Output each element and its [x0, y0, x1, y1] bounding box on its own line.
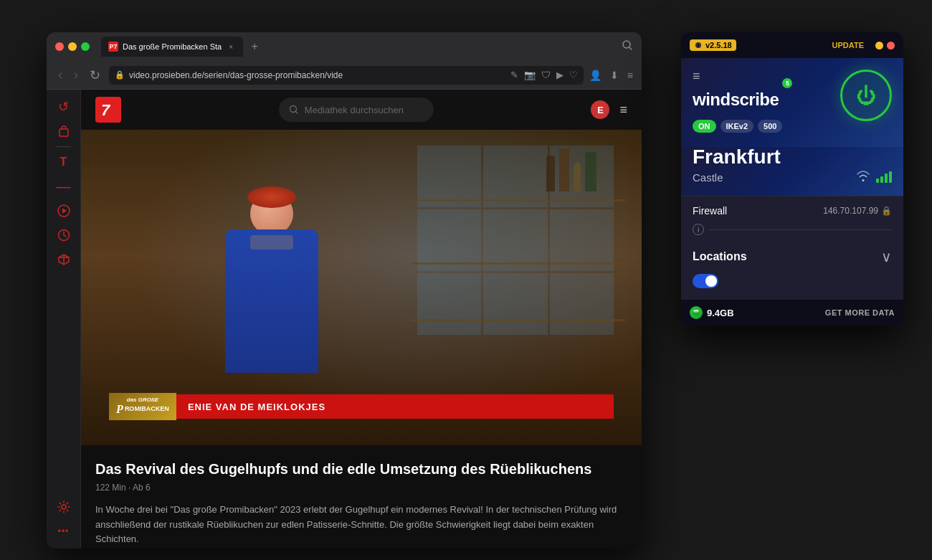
ws-close-button[interactable]: [887, 42, 895, 49]
browser-search-icon[interactable]: [622, 39, 633, 54]
ws-city-name: Frankfurt: [693, 147, 892, 167]
ws-logo-text: windscribe: [693, 90, 779, 109]
sidebar-play-icon[interactable]: [52, 199, 75, 222]
show-name-small: das GROßE: [127, 397, 158, 403]
ws-update-button[interactable]: UPDATE: [832, 41, 864, 49]
person-figure: [193, 192, 351, 407]
ws-minimize-button[interactable]: [875, 42, 883, 49]
address-bar: ‹ › ↻ 🔒 video.prosieben.de/serien/das-gr…: [47, 61, 642, 90]
ws-traffic-lights: [875, 42, 895, 49]
play-icon[interactable]: ▶: [556, 70, 564, 80]
url-text: video.prosieben.de/serien/das-grosse-pro…: [129, 70, 506, 80]
sidebar-twitch-icon[interactable]: T: [52, 151, 75, 174]
ws-bar-2: [880, 176, 883, 183]
ws-info-circle-icon[interactable]: i: [693, 224, 704, 235]
video-title: Das Revival des Gugelhupfs und die edle …: [95, 460, 627, 478]
minimize-button[interactable]: [68, 42, 77, 51]
ws-firewall-section: Firewall 146.70.107.99 🔒 i Locations ∨: [681, 196, 903, 300]
shelf-3: [412, 319, 624, 321]
ws-power-button[interactable]: ⏻: [840, 70, 892, 121]
mediathek-search-bar[interactable]: Mediathek durchsuchen: [279, 98, 434, 122]
shelf-2: [412, 262, 624, 265]
ps-header-actions: E ≡: [591, 100, 627, 119]
ws-toggle-switch[interactable]: [693, 274, 718, 288]
sidebar-more-icon[interactable]: •••: [52, 520, 75, 543]
ws-logo: windscribe 5: [693, 91, 782, 108]
svg-line-14: [295, 112, 298, 114]
browser-sidebar: ↺ T —: [47, 90, 81, 549]
sidebar-sync-icon[interactable]: ↺: [52, 95, 75, 118]
traffic-lights: [55, 42, 90, 51]
maximize-button[interactable]: [81, 42, 90, 51]
ws-version-badge: i v2.5.18: [690, 39, 736, 51]
active-tab[interactable]: P7 Das große Promibacken Sta ×: [101, 37, 243, 57]
ws-header-left: ≡ windscribe 5 ON IKEv2 500: [693, 70, 782, 133]
download-icon[interactable]: ⬇: [610, 70, 619, 81]
hamburger-menu-icon[interactable]: ≡: [619, 103, 627, 118]
video-info: Das Revival des Gugelhupfs und die edle …: [81, 445, 642, 549]
ws-bar-1: [876, 179, 879, 183]
show-initial: P: [116, 403, 123, 416]
close-button[interactable]: [55, 42, 64, 51]
profile-label[interactable]: E: [591, 100, 609, 119]
heart-icon[interactable]: ♡: [569, 70, 578, 80]
back-button[interactable]: ‹: [55, 65, 65, 85]
new-tab-button[interactable]: +: [246, 38, 263, 55]
ws-firewall-ip: 146.70.107.99 🔒: [823, 206, 892, 216]
shield-icon[interactable]: 🛡: [541, 70, 551, 80]
video-description: In Woche drei bei "Das große Promibacken…: [95, 503, 627, 547]
ws-info-row: i: [693, 224, 892, 235]
ws-ip-text: 146.70.107.99: [823, 206, 878, 216]
ws-logo-container: windscribe 5: [693, 91, 782, 108]
name-banner: das GROßE P ROMIBACKEN ENIE VAN DE MEIKL…: [109, 393, 614, 420]
ws-firewall-row: Firewall 146.70.107.99 🔒: [693, 205, 892, 217]
forward-button[interactable]: ›: [71, 65, 81, 85]
tab-favicon: P7: [108, 42, 118, 52]
ws-locations-label: Locations: [693, 250, 747, 263]
ws-protocol-pill: IKEv2: [721, 120, 754, 133]
video-meta: 122 Min · Ab 6: [95, 483, 627, 493]
sidebar-clock-icon[interactable]: [52, 224, 75, 247]
svg-marker-4: [62, 209, 67, 214]
ws-bar-4: [889, 171, 892, 183]
ws-location-section: Frankfurt Castle: [681, 147, 903, 196]
prosieben-logo: 7: [95, 97, 121, 123]
sidebar-bag-icon[interactable]: [52, 120, 75, 143]
shelf-bottles: [546, 148, 596, 191]
more-menu-icon[interactable]: ≡: [627, 70, 633, 81]
ws-hamburger-icon[interactable]: ≡: [693, 70, 782, 82]
ws-bar-3: [885, 174, 888, 183]
ws-locations-row[interactable]: Locations ∨: [693, 242, 892, 271]
camera-icon[interactable]: 📷: [524, 70, 536, 80]
url-bar[interactable]: 🔒 video.prosieben.de/serien/das-grosse-p…: [109, 66, 584, 85]
browser-content: ↺ T —: [47, 90, 642, 549]
svg-point-11: [62, 505, 66, 509]
search-placeholder-text: Mediathek durchsuchen: [305, 105, 404, 115]
sidebar-gear-icon[interactable]: [52, 495, 75, 518]
person-icon[interactable]: 👤: [589, 70, 601, 81]
ws-location-row: Castle: [693, 170, 892, 184]
ws-topbar: i v2.5.18 UPDATE: [681, 32, 903, 58]
ws-signal-bars: [876, 171, 892, 183]
ws-signal-icons: [856, 170, 892, 184]
svg-text:7: 7: [101, 101, 111, 119]
ws-bottom-bar: 9.4GB GET MORE DATA: [681, 300, 903, 326]
ws-power-icon: ⏻: [856, 84, 876, 108]
ws-wifi-icon: [856, 170, 870, 184]
sidebar-minus-icon[interactable]: —: [52, 175, 75, 198]
ws-ip-lock-icon: 🔒: [881, 206, 892, 216]
url-action-icons: ✎ 📷 🛡 ▶ ♡: [510, 70, 578, 80]
ws-toggle-row: [693, 271, 892, 291]
ws-data-badge: 9.4GB: [690, 306, 734, 319]
address-actions: 👤 ⬇ ≡: [589, 70, 633, 81]
show-name-large: ROMIBACKEN: [125, 406, 169, 412]
ws-data-pill: 500: [758, 120, 782, 133]
ws-get-more-data-button[interactable]: GET MORE DATA: [825, 308, 895, 317]
show-logo: das GROßE P ROMIBACKEN: [109, 393, 176, 420]
sidebar-cube-icon[interactable]: [52, 248, 75, 271]
tab-close-button[interactable]: ×: [226, 42, 236, 52]
share-icon[interactable]: ✎: [510, 70, 518, 80]
video-player[interactable]: das GROßE P ROMIBACKEN ENIE VAN DE MEIKL…: [81, 130, 642, 445]
ws-firewall-label: Firewall: [693, 205, 727, 217]
refresh-button[interactable]: ↻: [87, 65, 103, 86]
